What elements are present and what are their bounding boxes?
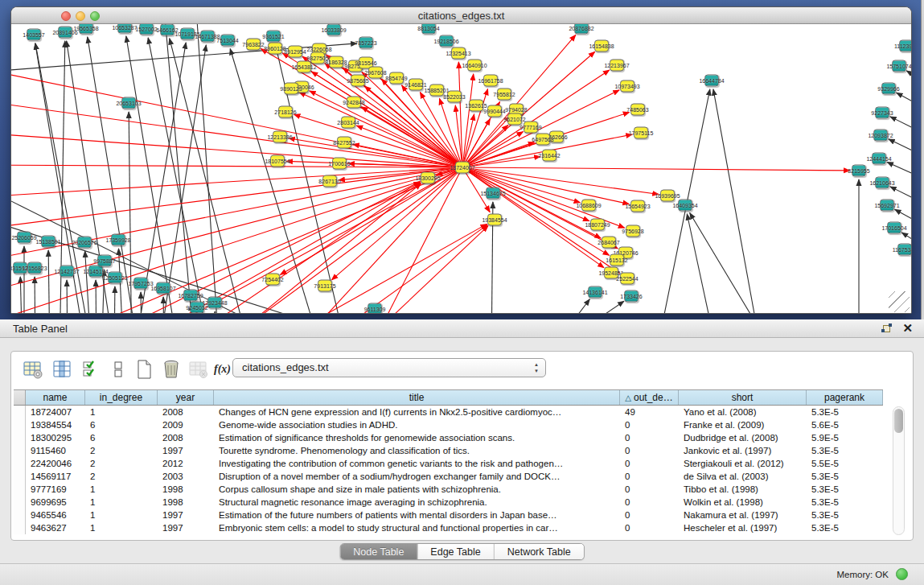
table-cell[interactable]: Embryonic stem cells: a model to study s… bbox=[214, 521, 620, 534]
graph-node[interactable]: 9146821 bbox=[409, 79, 423, 91]
graph-node[interactable]: 18107554 bbox=[270, 155, 285, 167]
graph-edge[interactable] bbox=[11, 167, 462, 197]
graph-node[interactable]: 12505123 bbox=[108, 272, 122, 284]
graph-edge[interactable] bbox=[310, 91, 462, 167]
table-cell[interactable]: de Silva et al. (2003) bbox=[679, 470, 807, 483]
table-cell[interactable]: Stergiakouli et al. (2012) bbox=[679, 457, 807, 470]
table-cell[interactable]: 5.3E-5 bbox=[807, 470, 883, 483]
graph-node[interactable]: 17957253 bbox=[133, 278, 148, 290]
table-cell[interactable]: 1997 bbox=[158, 509, 214, 521]
graph-edge[interactable] bbox=[713, 89, 763, 314]
graph-node[interactable]: 9361521 bbox=[266, 31, 281, 43]
graph-node[interactable]: 12213967 bbox=[610, 60, 624, 72]
graph-node[interactable]: 9975887 bbox=[97, 255, 112, 267]
graph-node[interactable]: 7955812 bbox=[497, 89, 511, 101]
graph-edge[interactable] bbox=[11, 133, 462, 167]
graph-node[interactable]: 2803144 bbox=[341, 117, 355, 129]
graph-node[interactable]: 9756928 bbox=[626, 225, 640, 237]
graph-edge[interactable] bbox=[542, 299, 589, 314]
graph-node[interactable]: 8186328 bbox=[329, 56, 343, 68]
graph-edge[interactable] bbox=[285, 167, 462, 314]
table-cell[interactable]: Genome-wide association studies in ADHD. bbox=[214, 418, 620, 431]
table-cell[interactable]: 5.3E-5 bbox=[807, 496, 883, 509]
graph-edge[interactable] bbox=[890, 117, 911, 151]
graph-node[interactable]: 10719185 bbox=[180, 28, 195, 40]
graph-edge[interactable] bbox=[462, 167, 850, 171]
column-header-short[interactable]: short bbox=[679, 390, 807, 405]
graph-node[interactable]: 12156823 bbox=[27, 262, 42, 274]
graph-edge[interactable] bbox=[462, 74, 474, 167]
graph-node[interactable]: 3315921 bbox=[13, 262, 27, 274]
graph-node[interactable]: 2718126 bbox=[278, 106, 293, 118]
graph-node[interactable]: 2967608 bbox=[368, 67, 383, 79]
table-cell[interactable]: 2 bbox=[85, 457, 158, 470]
graph-node[interactable]: 19218506 bbox=[439, 35, 454, 47]
table-cell[interactable]: 2008 bbox=[158, 406, 214, 418]
graph-node[interactable]: 1615132 bbox=[610, 254, 624, 266]
table-cell[interactable]: 1997 bbox=[158, 521, 214, 534]
graph-node[interactable]: 19524851 bbox=[604, 267, 618, 279]
table-cell[interactable]: 5.3E-5 bbox=[807, 406, 883, 418]
graph-node[interactable]: 1733426 bbox=[624, 290, 639, 303]
graph-node[interactable]: 10688609 bbox=[581, 200, 596, 212]
graph-node[interactable]: 9875685 bbox=[351, 75, 365, 87]
graph-node[interactable]: 7857223 bbox=[359, 37, 373, 49]
graph-node[interactable]: 15138501 bbox=[41, 236, 55, 248]
graph-node[interactable]: 9227343 bbox=[875, 107, 889, 119]
graph-edge[interactable] bbox=[526, 301, 624, 314]
graph-node[interactable]: 8960128 bbox=[268, 43, 282, 55]
table-cell[interactable]: 0 bbox=[620, 431, 679, 444]
graph-node[interactable]: 16543812 bbox=[297, 61, 311, 73]
graph-edge[interactable] bbox=[11, 167, 462, 229]
graph-node[interactable]: 9245012 bbox=[190, 302, 204, 314]
graph-edge[interactable] bbox=[462, 167, 610, 255]
table-cell[interactable]: 1 bbox=[85, 483, 158, 496]
graph-node[interactable]: 6497568 bbox=[536, 134, 550, 146]
graph-edge[interactable] bbox=[301, 225, 487, 314]
table-cell[interactable]: 2012 bbox=[158, 457, 214, 470]
graph-node[interactable]: 16961758 bbox=[483, 75, 498, 87]
graph-node[interactable]: 8912954 bbox=[288, 46, 302, 58]
column-header-year[interactable]: year bbox=[158, 390, 214, 405]
graph-edge[interactable] bbox=[889, 139, 911, 174]
graph-edge[interactable] bbox=[462, 90, 619, 167]
table-cell[interactable]: 5.5E-5 bbox=[807, 457, 883, 470]
table-cell[interactable]: 0 bbox=[620, 418, 679, 431]
table-cell[interactable]: 9463627 bbox=[26, 521, 85, 534]
graph-edge[interactable] bbox=[690, 212, 779, 314]
graph-node[interactable]: 16644784 bbox=[704, 75, 719, 87]
graph-node[interactable]: 9827505 bbox=[310, 52, 325, 64]
graph-node[interactable]: 7254402 bbox=[265, 274, 280, 286]
graph-edge[interactable] bbox=[96, 280, 97, 314]
graph-node[interactable]: 12213386 bbox=[273, 131, 287, 143]
graph-edge[interactable] bbox=[462, 167, 604, 268]
graph-edge[interactable] bbox=[462, 167, 589, 221]
column-header-name[interactable]: name bbox=[26, 390, 85, 405]
graph-node[interactable]: 7913175 bbox=[318, 280, 332, 292]
graph-node[interactable]: 2522544 bbox=[620, 273, 634, 285]
graph-node[interactable]: 14136141 bbox=[588, 286, 602, 299]
graph-node[interactable]: 9777169 bbox=[524, 122, 538, 134]
graph-node[interactable]: 18724007 bbox=[455, 162, 470, 174]
graph-node[interactable]: 8215955 bbox=[852, 165, 866, 177]
table-cell[interactable]: 19384554 bbox=[26, 418, 85, 431]
graph-node[interactable]: 14671388 bbox=[200, 31, 215, 43]
table-cell[interactable]: Structural magnetic resonance image aver… bbox=[214, 496, 620, 509]
graph-edge[interactable] bbox=[897, 93, 911, 127]
table-cell[interactable]: 5.9E-5 bbox=[807, 431, 883, 444]
graph-node[interactable]: 8522033 bbox=[447, 91, 462, 103]
table-cell[interactable]: 1997 bbox=[158, 444, 214, 457]
graph-node[interactable]: 15692971 bbox=[880, 200, 894, 212]
table-cell[interactable]: 0 bbox=[620, 509, 679, 521]
graph-node[interactable]: 15654923 bbox=[630, 200, 645, 212]
table-cell[interactable]: Yano et al. (2008) bbox=[679, 406, 807, 418]
graph-node[interactable]: 18300295 bbox=[421, 172, 435, 184]
graph-edge[interactable] bbox=[164, 24, 196, 314]
graph-node[interactable]: 6466162 bbox=[160, 24, 175, 36]
table-row[interactable]: 1830029562008Estimation of significance … bbox=[14, 431, 883, 444]
graph-node[interactable]: 16640910 bbox=[467, 60, 482, 72]
graph-node[interactable]: 8267130 bbox=[322, 175, 337, 187]
table-cell[interactable]: 0 bbox=[620, 483, 679, 496]
graph-edge[interactable] bbox=[170, 39, 253, 314]
table-cell[interactable]: Hescheler et al. (1997) bbox=[679, 521, 807, 534]
